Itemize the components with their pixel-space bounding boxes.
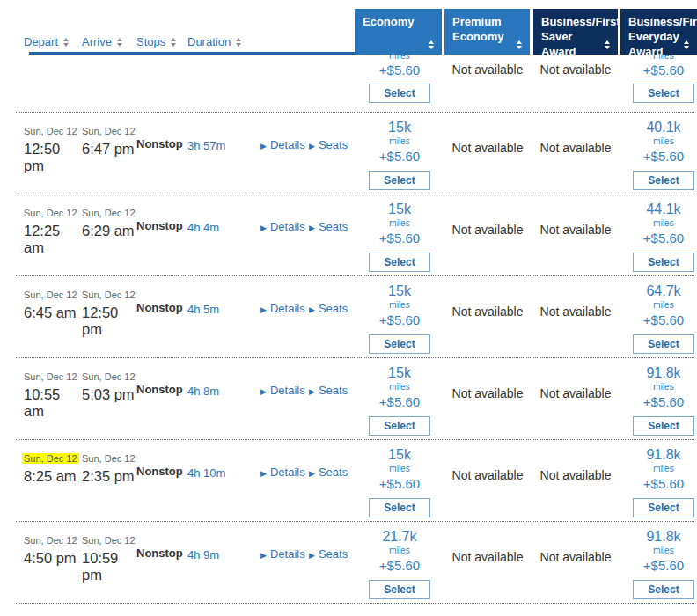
details-link[interactable]: Details bbox=[270, 138, 305, 151]
arrive-date: Sun, Dec 12 bbox=[82, 453, 136, 464]
miles-value: 44.1k bbox=[646, 202, 680, 217]
select-business-everyday-button[interactable]: Select bbox=[633, 84, 694, 103]
taxes-fee: +$5.60 bbox=[379, 149, 420, 164]
expand-arrow-icon: ▶ bbox=[260, 142, 267, 150]
results-table-header: Depart Arrive Stops Duration Economy Pre… bbox=[0, 0, 697, 55]
arrive-cell: Sun, Dec 12 6:29 am bbox=[82, 194, 136, 276]
depart-time: 12:50 pm bbox=[24, 141, 82, 174]
sort-header-depart[interactable]: Depart bbox=[24, 35, 82, 48]
arrive-date: Sun, Dec 12 bbox=[82, 290, 136, 300]
arrive-time: 5:03 pm bbox=[82, 386, 136, 403]
premium-economy-cell: Not available bbox=[444, 276, 532, 358]
business-saver-cell: Not available bbox=[532, 276, 620, 358]
duration-link[interactable]: 4h 10m bbox=[187, 466, 225, 480]
economy-award-cell: 15k miles +$5.60 Select bbox=[356, 440, 444, 522]
taxes-fee: +$5.60 bbox=[379, 394, 420, 409]
duration-link[interactable]: 4h 8m bbox=[187, 385, 219, 398]
miles-value: 15k bbox=[388, 120, 411, 136]
stops-cell: Nonstop bbox=[136, 440, 187, 522]
miles-value: 64.7k bbox=[646, 283, 680, 299]
taxes-fee: +$5.60 bbox=[643, 394, 684, 409]
expand-arrow-icon: ▶ bbox=[309, 142, 315, 150]
details-link[interactable]: Details bbox=[270, 466, 305, 479]
arrive-time: 10:59 pm bbox=[82, 550, 136, 583]
select-business-everyday-button[interactable]: Select bbox=[633, 253, 694, 272]
miles-label: miles bbox=[653, 218, 673, 228]
details-link[interactable]: Details bbox=[270, 384, 305, 397]
cabin-header-economy-label: Economy bbox=[363, 15, 415, 28]
select-economy-button[interactable]: Select bbox=[369, 84, 430, 103]
duration-link[interactable]: 4h 4m bbox=[187, 221, 219, 234]
business-saver-cell: Not available bbox=[532, 55, 620, 113]
miles-label: miles bbox=[389, 464, 409, 473]
miles-value: 15k bbox=[388, 365, 411, 381]
select-economy-button[interactable]: Select bbox=[369, 171, 430, 190]
seats-link[interactable]: Seats bbox=[319, 138, 348, 151]
seats-link[interactable]: Seats bbox=[319, 302, 348, 315]
select-business-everyday-button[interactable]: Select bbox=[633, 171, 694, 190]
expand-arrow-icon: ▶ bbox=[260, 224, 267, 232]
select-business-everyday-button[interactable]: Select bbox=[633, 580, 694, 599]
duration-cell: 4h 4m bbox=[187, 194, 260, 276]
miles-label: miles bbox=[389, 55, 409, 61]
flight-row: Sun, Dec 12 12:50 pm Sun, Dec 12 6:47 pm… bbox=[0, 113, 697, 194]
sort-header-stops[interactable]: Stops bbox=[136, 35, 187, 48]
sort-header-arrive[interactable]: Arrive bbox=[82, 35, 136, 48]
details-cell: ▶Details bbox=[260, 522, 309, 604]
details-cell: ▶Details bbox=[260, 358, 309, 440]
arrive-time: 6:29 am bbox=[82, 223, 136, 239]
select-economy-button[interactable]: Select bbox=[369, 416, 430, 436]
miles-value: 15k bbox=[388, 447, 411, 463]
duration-link[interactable]: 4h 9m bbox=[187, 548, 219, 561]
seats-link[interactable]: Seats bbox=[319, 466, 348, 479]
cabin-header-business-everyday[interactable]: Business/First Everyday Award bbox=[620, 9, 697, 55]
select-economy-button[interactable]: Select bbox=[369, 580, 430, 599]
expand-arrow-icon: ▶ bbox=[309, 305, 315, 314]
sort-icon bbox=[429, 40, 434, 49]
depart-date: Sun, Dec 12 bbox=[24, 371, 77, 382]
cabin-header-premium-economy[interactable]: Premium Economy bbox=[444, 9, 530, 55]
select-economy-button[interactable]: Select bbox=[369, 334, 430, 354]
economy-award-cell: 15k miles +$5.60 Select bbox=[356, 113, 444, 194]
sort-icon bbox=[684, 40, 689, 49]
select-business-everyday-button[interactable]: Select bbox=[633, 334, 694, 354]
details-link[interactable]: Details bbox=[270, 220, 305, 233]
sort-icon bbox=[117, 38, 122, 47]
arrive-time: 12:50 pm bbox=[82, 304, 136, 338]
expand-arrow-icon: ▶ bbox=[260, 305, 267, 314]
arrive-time: 6:47 pm bbox=[82, 141, 136, 158]
premium-economy-cell: Not available bbox=[444, 440, 532, 522]
taxes-fee: +$5.60 bbox=[643, 231, 684, 246]
taxes-fee: +$5.60 bbox=[379, 558, 420, 573]
depart-date: Sun, Dec 12 bbox=[24, 290, 77, 300]
expand-arrow-icon: ▶ bbox=[309, 387, 315, 396]
premium-economy-cell: Not available bbox=[444, 194, 532, 276]
duration-link[interactable]: 4h 5m bbox=[187, 303, 219, 316]
details-link[interactable]: Details bbox=[270, 547, 305, 561]
sort-header-duration-label: Duration bbox=[187, 35, 231, 48]
miles-value: 21.7k bbox=[382, 529, 416, 545]
expand-arrow-icon: ▶ bbox=[309, 469, 315, 478]
row-separator bbox=[16, 603, 694, 604]
taxes-fee: +$5.60 bbox=[379, 62, 420, 77]
seats-link[interactable]: Seats bbox=[319, 547, 348, 561]
arrive-cell: Sun, Dec 12 6:47 pm bbox=[82, 113, 136, 194]
cabin-header-economy[interactable]: Economy bbox=[355, 9, 442, 55]
economy-award-cell: 21.7k miles +$5.60 Select bbox=[356, 522, 444, 604]
seats-link[interactable]: Seats bbox=[319, 384, 348, 397]
sort-header-duration[interactable]: Duration bbox=[187, 35, 260, 48]
taxes-fee: +$5.60 bbox=[379, 231, 420, 246]
depart-date: Sun, Dec 12 bbox=[24, 126, 77, 136]
duration-link[interactable]: 3h 57m bbox=[187, 139, 225, 152]
select-business-everyday-button[interactable]: Select bbox=[633, 416, 694, 436]
cabin-header-business-saver[interactable]: Business/First Saver Award bbox=[533, 9, 618, 55]
details-link[interactable]: Details bbox=[270, 302, 305, 315]
select-economy-button[interactable]: Select bbox=[369, 498, 430, 517]
business-saver-cell: Not available bbox=[532, 440, 620, 522]
business-everyday-award-cell: 40.1k miles +$5.60 Select bbox=[620, 113, 697, 194]
arrive-date: Sun, Dec 12 bbox=[82, 535, 136, 546]
select-business-everyday-button[interactable]: Select bbox=[633, 498, 694, 517]
seats-link[interactable]: Seats bbox=[319, 220, 348, 233]
miles-value: 15k bbox=[388, 283, 411, 299]
select-economy-button[interactable]: Select bbox=[369, 253, 430, 272]
